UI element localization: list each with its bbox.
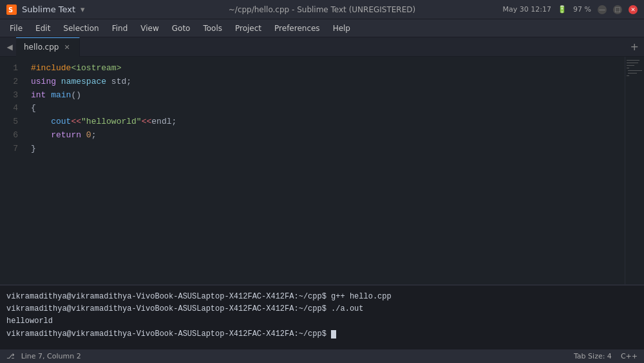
svg-rect-2 xyxy=(627,60,639,61)
titlebar-right: May 30 12:17 🔋 97 % — □ ✕ xyxy=(503,5,638,14)
tab-size[interactable]: Tab Size: 4 xyxy=(574,352,612,360)
svg-rect-6 xyxy=(628,70,642,71)
app-name-caret: ▾ xyxy=(80,5,85,14)
line-numbers: 1234567 xyxy=(0,57,24,284)
code-line-4: { xyxy=(31,102,618,115)
menu-item-file[interactable]: File xyxy=(3,21,29,35)
minimap xyxy=(625,57,644,284)
menu-item-help[interactable]: Help xyxy=(327,21,357,35)
git-icon: ⎇ xyxy=(6,352,15,360)
token xyxy=(31,130,51,140)
svg-rect-4 xyxy=(627,65,634,66)
line-number-4: 4 xyxy=(5,102,18,115)
svg-rect-7 xyxy=(628,73,637,74)
menu-item-find[interactable]: Find xyxy=(106,21,135,35)
code-line-7: } xyxy=(31,142,618,156)
code-line-2: using namespace std; xyxy=(31,75,618,89)
code-line-6: return 0; xyxy=(31,129,618,142)
tab-add-button[interactable]: + xyxy=(625,41,644,53)
tab-close-button[interactable]: ✕ xyxy=(62,43,71,52)
statusbar-left: ⎇ Line 7, Column 2 xyxy=(6,352,81,360)
token: << xyxy=(71,117,81,126)
token: <iostream> xyxy=(71,63,121,73)
code-area[interactable]: #include<iostream>using namespace std;in… xyxy=(24,57,625,284)
token: int xyxy=(31,90,46,100)
menu-item-project[interactable]: Project xyxy=(229,21,268,35)
tabbar: ◀ hello.cpp ✕ + xyxy=(0,37,644,57)
menu-item-goto[interactable]: Goto xyxy=(166,21,197,35)
cursor-position: Line 7, Column 2 xyxy=(21,352,81,360)
svg-text:S: S xyxy=(8,6,13,14)
svg-rect-3 xyxy=(627,63,638,63)
terminal-line: vikramadithya@vikramadithya-VivoBook-ASU… xyxy=(6,303,638,315)
line-number-6: 6 xyxy=(5,129,18,142)
statusbar: ⎇ Line 7, Column 2 Tab Size: 4 C++ xyxy=(0,349,644,363)
terminal[interactable]: vikramadithya@vikramadithya-VivoBook-ASU… xyxy=(0,284,644,349)
battery-icon: 🔋 xyxy=(558,5,567,14)
code-line-3: int main() xyxy=(31,89,618,103)
line-number-2: 2 xyxy=(5,75,18,89)
menu-item-preferences[interactable]: Preferences xyxy=(268,21,327,35)
statusbar-right: Tab Size: 4 C++ xyxy=(574,352,638,360)
minimize-button[interactable]: — xyxy=(598,5,607,14)
token xyxy=(81,130,86,140)
token: namespace xyxy=(61,77,106,86)
terminal-line: helloworld xyxy=(6,315,638,328)
app-icon: S xyxy=(6,5,17,15)
token: 0 xyxy=(86,130,91,140)
token: endl; xyxy=(151,117,176,126)
token: #include xyxy=(31,63,71,73)
token xyxy=(56,77,61,86)
menubar: FileEditSelectionFindViewGotoToolsProjec… xyxy=(0,19,644,37)
token: () xyxy=(71,90,81,100)
token: cout xyxy=(51,117,71,126)
titlebar: S Sublime Text ▾ ~/cpp/hello.cpp - Subli… xyxy=(0,0,644,19)
datetime: May 30 12:17 xyxy=(503,5,551,14)
token xyxy=(31,117,51,126)
token: << xyxy=(142,117,152,126)
line-number-5: 5 xyxy=(5,115,18,129)
svg-rect-5 xyxy=(627,68,629,68)
token: std; xyxy=(106,77,131,86)
token: "helloworld" xyxy=(81,117,142,126)
code-line-1: #include<iostream> xyxy=(31,62,618,75)
editor-container: 1234567 #include<iostream>using namespac… xyxy=(0,57,644,284)
tab-nav-left[interactable]: ◀ xyxy=(3,41,16,54)
battery-level: 97 % xyxy=(573,5,591,14)
window-title: ~/cpp/hello.cpp - Sublime Text (UNREGIST… xyxy=(229,5,415,14)
token: main xyxy=(51,90,71,100)
line-number-1: 1 xyxy=(5,62,18,75)
terminal-line: vikramadithya@vikramadithya-VivoBook-ASU… xyxy=(6,291,638,303)
line-number-7: 7 xyxy=(5,142,18,156)
token: return xyxy=(51,130,81,140)
terminal-cursor xyxy=(331,330,336,338)
maximize-button[interactable]: □ xyxy=(613,5,622,14)
app-name: Sublime Text xyxy=(22,5,75,14)
code-line-5: cout<<"helloworld"<<endl; xyxy=(31,115,618,129)
token: ; xyxy=(91,130,97,140)
language-mode[interactable]: C++ xyxy=(621,352,638,360)
tab-label: hello.cpp xyxy=(24,43,59,52)
token: } xyxy=(31,144,36,153)
menu-item-edit[interactable]: Edit xyxy=(29,21,57,35)
token: using xyxy=(31,77,56,86)
terminal-line: vikramadithya@vikramadithya-VivoBook-ASU… xyxy=(6,328,638,340)
menu-item-tools[interactable]: Tools xyxy=(196,21,229,35)
token: { xyxy=(31,103,36,113)
line-number-3: 3 xyxy=(5,89,18,103)
titlebar-left: S Sublime Text ▾ xyxy=(6,5,85,15)
menu-item-view[interactable]: View xyxy=(134,21,165,35)
svg-rect-8 xyxy=(627,75,629,76)
tab-hello-cpp[interactable]: hello.cpp ✕ xyxy=(16,37,80,57)
menu-item-selection[interactable]: Selection xyxy=(57,21,105,35)
close-button[interactable]: ✕ xyxy=(629,5,638,14)
